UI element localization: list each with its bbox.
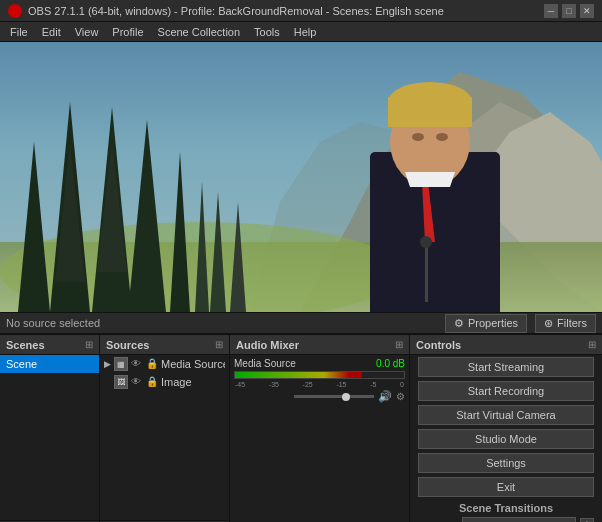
audio-settings-icon[interactable]: ⚙ bbox=[396, 391, 405, 402]
source-play-icon-1: ▶ bbox=[104, 377, 111, 387]
scenes-panel-content: Scene bbox=[0, 355, 99, 520]
filter-icon: ⊛ bbox=[544, 317, 553, 330]
gear-icon: ⚙ bbox=[454, 317, 464, 330]
sources-panel: Sources ⊞ ▶ ▦ 👁 🔒 Media Source ▶ 🖼 👁 🔒 I… bbox=[100, 335, 230, 522]
app-icon bbox=[8, 4, 22, 18]
audio-dock-icon[interactable]: ⊞ bbox=[395, 339, 403, 350]
title-text: OBS 27.1.1 (64-bit, windows) - Profile: … bbox=[28, 5, 544, 17]
close-button[interactable]: ✕ bbox=[580, 4, 594, 18]
audio-controls-row: 🔊 ⚙ bbox=[234, 390, 405, 403]
source-lock-1[interactable]: 🔒 bbox=[146, 376, 158, 388]
menu-bar: File Edit View Profile Scene Collection … bbox=[0, 22, 602, 42]
audio-meter bbox=[234, 371, 405, 379]
source-lock-0[interactable]: 🔒 bbox=[146, 358, 158, 370]
menu-scene-collection[interactable]: Scene Collection bbox=[152, 24, 247, 40]
status-bar: No source selected ⚙ Properties ⊛ Filter… bbox=[0, 312, 602, 334]
controls-panel-title: Controls bbox=[416, 339, 461, 351]
source-row-1[interactable]: ▶ 🖼 👁 🔒 Image bbox=[100, 373, 229, 391]
studio-mode-button[interactable]: Studio Mode bbox=[418, 429, 594, 449]
transitions-arrow-btns: ▲ ▼ bbox=[580, 518, 594, 522]
sources-panel-title: Sources bbox=[106, 339, 149, 351]
audio-tick-2: -25 bbox=[303, 381, 313, 388]
sources-panel-content: ▶ ▦ 👁 🔒 Media Source ▶ 🖼 👁 🔒 Image bbox=[100, 355, 229, 520]
svg-rect-29 bbox=[425, 242, 428, 302]
start-recording-button[interactable]: Start Recording bbox=[418, 381, 594, 401]
sources-panel-header: Sources ⊞ bbox=[100, 335, 229, 355]
preview-area bbox=[0, 42, 602, 312]
svg-point-30 bbox=[420, 236, 432, 248]
menu-tools[interactable]: Tools bbox=[248, 24, 286, 40]
preview-svg bbox=[0, 42, 602, 312]
svg-point-28 bbox=[436, 133, 448, 141]
menu-edit[interactable]: Edit bbox=[36, 24, 67, 40]
no-source-label: No source selected bbox=[6, 317, 437, 329]
scenes-panel-header: Scenes ⊞ bbox=[0, 335, 99, 355]
audio-track-name: Media Source bbox=[234, 358, 296, 369]
source-icon-1: 🖼 bbox=[114, 375, 128, 389]
audio-speaker-icon[interactable]: 🔊 bbox=[378, 390, 392, 403]
title-bar: OBS 27.1.1 (64-bit, windows) - Profile: … bbox=[0, 0, 602, 22]
audio-tick-1: -35 bbox=[269, 381, 279, 388]
scene-item-0[interactable]: Scene bbox=[0, 355, 99, 373]
sources-dock-icon[interactable]: ⊞ bbox=[215, 339, 223, 350]
source-eye-1[interactable]: 👁 bbox=[131, 376, 143, 388]
source-eye-0[interactable]: 👁 bbox=[131, 358, 143, 370]
audio-tick-5: 0 bbox=[400, 381, 404, 388]
audio-tick-0: -45 bbox=[235, 381, 245, 388]
filters-button[interactable]: ⊛ Filters bbox=[535, 314, 596, 333]
maximize-button[interactable]: □ bbox=[562, 4, 576, 18]
svg-marker-26 bbox=[405, 172, 455, 187]
svg-rect-24 bbox=[388, 97, 472, 127]
source-icon-0: ▦ bbox=[114, 357, 128, 371]
source-play-icon-0: ▶ bbox=[104, 359, 111, 369]
transitions-row: Fade Fade ▲ ▼ bbox=[410, 515, 602, 522]
audio-name-row: Media Source 0.0 dB bbox=[234, 358, 405, 369]
menu-profile[interactable]: Profile bbox=[106, 24, 149, 40]
settings-button[interactable]: Settings bbox=[418, 453, 594, 473]
menu-file[interactable]: File bbox=[4, 24, 34, 40]
audio-panel-title: Audio Mixer bbox=[236, 339, 299, 351]
audio-track-0: Media Source 0.0 dB -45 -35 -25 -15 -5 0 bbox=[230, 355, 409, 406]
audio-volume-slider[interactable] bbox=[294, 395, 374, 398]
properties-button[interactable]: ⚙ Properties bbox=[445, 314, 527, 333]
transitions-select[interactable]: Fade bbox=[462, 517, 576, 522]
audio-mixer-panel: Audio Mixer ⊞ Media Source 0.0 dB -45 -3… bbox=[230, 335, 410, 522]
menu-help[interactable]: Help bbox=[288, 24, 323, 40]
audio-track-db: 0.0 dB bbox=[376, 358, 405, 369]
audio-panel-content: Media Source 0.0 dB -45 -35 -25 -15 -5 0 bbox=[230, 355, 409, 522]
audio-tick-3: -15 bbox=[336, 381, 346, 388]
audio-panel-header: Audio Mixer ⊞ bbox=[230, 335, 409, 355]
audio-meter-fill bbox=[235, 372, 362, 378]
menu-view[interactable]: View bbox=[69, 24, 105, 40]
exit-button[interactable]: Exit bbox=[418, 477, 594, 497]
scenes-panel-title: Scenes bbox=[6, 339, 45, 351]
controls-panel-content: Start Streaming Start Recording Start Vi… bbox=[410, 355, 602, 522]
audio-tick-row: -45 -35 -25 -15 -5 0 bbox=[234, 381, 405, 388]
controls-dock-icon[interactable]: ⊞ bbox=[588, 339, 596, 350]
source-row-0[interactable]: ▶ ▦ 👁 🔒 Media Source bbox=[100, 355, 229, 373]
scenes-dock-icon[interactable]: ⊞ bbox=[85, 339, 93, 350]
source-name-1: Image bbox=[161, 376, 225, 388]
audio-tick-4: -5 bbox=[370, 381, 376, 388]
start-virtual-camera-button[interactable]: Start Virtual Camera bbox=[418, 405, 594, 425]
minimize-button[interactable]: ─ bbox=[544, 4, 558, 18]
transitions-up-btn[interactable]: ▲ bbox=[580, 518, 594, 522]
svg-point-27 bbox=[412, 133, 424, 141]
controls-panel: Controls ⊞ Start Streaming Start Recordi… bbox=[410, 335, 602, 522]
source-name-0: Media Source bbox=[161, 358, 225, 370]
start-streaming-button[interactable]: Start Streaming bbox=[418, 357, 594, 377]
scene-transitions-label: Scene Transitions bbox=[410, 499, 602, 515]
window-controls: ─ □ ✕ bbox=[544, 4, 594, 18]
panels: Scenes ⊞ Scene + − ∧ ∨ Sources ⊞ ▶ ▦ 👁 🔒… bbox=[0, 334, 602, 522]
scenes-panel: Scenes ⊞ Scene + − ∧ ∨ bbox=[0, 335, 100, 522]
audio-volume-thumb bbox=[342, 393, 350, 401]
controls-panel-header: Controls ⊞ bbox=[410, 335, 602, 355]
